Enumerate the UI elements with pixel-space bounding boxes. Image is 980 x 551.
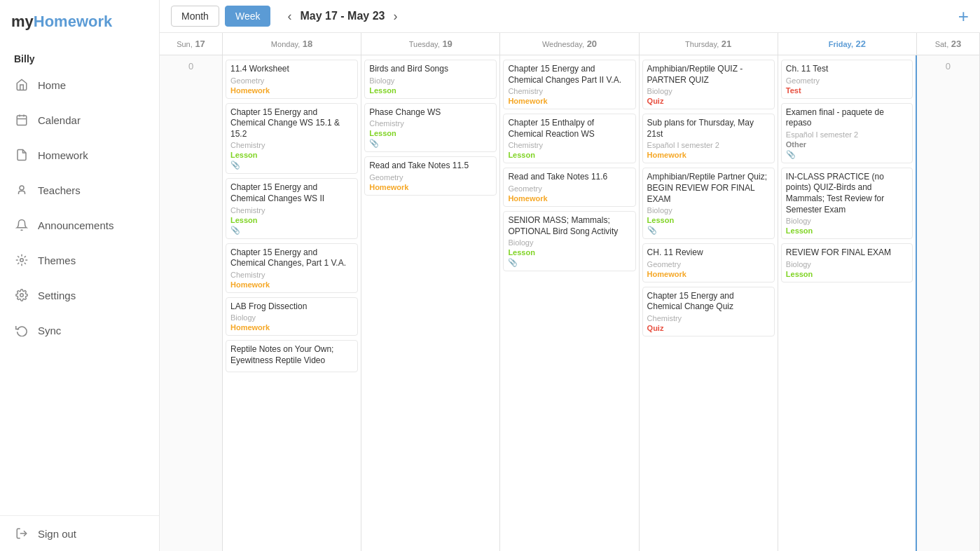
month-button[interactable]: Month: [171, 6, 219, 27]
attachment-icon: 📎: [369, 139, 492, 148]
event-type: Other: [786, 140, 908, 149]
sidebar-item-homework[interactable]: Homework: [0, 137, 159, 172]
event-type: Lesson: [647, 216, 770, 224]
logo-my: my: [11, 13, 34, 30]
sidebar-item-signout[interactable]: Sign out: [0, 516, 159, 551]
add-event-button[interactable]: +: [958, 7, 969, 25]
header-thu: Thursday, 21: [640, 33, 778, 55]
list-item[interactable]: Chapter 15 Enthalpy of Chemical Reaction…: [503, 114, 635, 163]
calendar: Sun, 17 Monday, 18 Tuesday, 19 Wednesday…: [160, 33, 980, 551]
event-title: Sub plans for Thursday, May 21st: [647, 118, 770, 140]
list-item[interactable]: Amphibian/Reptile Partner Quiz; BEGIN RE…: [642, 168, 775, 239]
list-item[interactable]: Examen final - paquete de repaso Español…: [781, 103, 913, 163]
list-item[interactable]: Phase Change WS Chemistry Lesson 📎: [364, 103, 497, 153]
list-item[interactable]: Sub plans for Thursday, May 21st Español…: [642, 114, 775, 163]
header-tue: Tuesday, 19: [361, 33, 500, 55]
event-type: Lesson: [369, 86, 492, 95]
event-title: Reptile Notes on Your Own; Eyewitness Re…: [230, 344, 353, 366]
attachment-icon: 📎: [230, 226, 353, 235]
list-item[interactable]: IN-CLASS PRACTICE (no points) QUIZ-Birds…: [781, 168, 913, 239]
event-type: Lesson: [369, 129, 492, 137]
event-subject: Geometry: [508, 184, 630, 193]
event-type: Lesson: [230, 216, 353, 224]
calendar-header: Sun, 17 Monday, 18 Tuesday, 19 Wednesday…: [160, 33, 980, 55]
list-item[interactable]: Read and Take Notes 11.5 Geometry Homewo…: [364, 156, 497, 196]
signout-icon: [14, 526, 29, 541]
event-subject: Chemistry: [230, 141, 353, 149]
sidebar-item-label-calendar: Calendar: [38, 114, 81, 126]
list-item[interactable]: Chapter 15 Energy and Chemical Change Qu…: [642, 287, 775, 336]
event-subject: Biology: [647, 206, 770, 215]
list-item[interactable]: 11.4 Worksheet Geometry Homework: [226, 60, 358, 99]
themes-icon: [14, 252, 29, 268]
sat-count: 0: [920, 60, 976, 74]
wednesday-col: Chapter 15 Energy and Chemical Changes P…: [500, 55, 639, 551]
settings-icon: [14, 287, 29, 303]
sidebar-item-sync[interactable]: Sync: [0, 313, 159, 348]
list-item[interactable]: Birds and Bird Songs Biology Lesson: [364, 60, 497, 99]
event-type: Lesson: [508, 248, 630, 257]
list-item[interactable]: Chapter 15 Energy and Chemical Changes P…: [503, 60, 635, 109]
week-button[interactable]: Week: [225, 6, 271, 27]
logo-hw: Homework: [34, 13, 112, 30]
event-type: Homework: [369, 183, 492, 191]
event-type: Homework: [508, 194, 630, 203]
sidebar-item-calendar[interactable]: Calendar: [0, 102, 159, 137]
sidebar-item-themes[interactable]: Themes: [0, 243, 159, 278]
event-title: Read and Take Notes 11.6: [508, 172, 630, 183]
sidebar-item-home[interactable]: Home: [0, 67, 159, 102]
list-item[interactable]: Read and Take Notes 11.6 Geometry Homewo…: [503, 168, 635, 207]
list-item[interactable]: Amphibian/Reptile QUIZ - PARTNER QUIZ Bi…: [642, 60, 775, 109]
friday-col: Ch. 11 Test Geometry Test Examen final -…: [778, 55, 917, 551]
event-title: Chapter 15 Energy and Chemical Changes W…: [230, 182, 353, 204]
teachers-icon: [14, 182, 29, 198]
sidebar-item-teachers[interactable]: Teachers: [0, 172, 159, 208]
thursday-col: Amphibian/Reptile QUIZ - PARTNER QUIZ Bi…: [640, 55, 778, 551]
list-item[interactable]: Chapter 15 Energy and Chemical Changes, …: [226, 243, 358, 293]
event-title: REVIEW FOR FINAL EXAM: [786, 247, 908, 259]
event-subject: Biology: [508, 238, 630, 247]
sidebar-item-settings[interactable]: Settings: [0, 278, 159, 313]
prev-arrow-button[interactable]: ‹: [282, 6, 297, 27]
calendar-body: 0 11.4 Worksheet Geometry Homework Chapt…: [160, 55, 980, 551]
event-title: CH. 11 Review: [647, 247, 770, 259]
sun-count: 0: [163, 60, 219, 74]
signout-label: Sign out: [38, 528, 76, 540]
next-arrow-button[interactable]: ›: [387, 6, 403, 27]
event-type: Homework: [230, 86, 353, 95]
list-item[interactable]: LAB Frog Dissection Biology Homework: [226, 297, 358, 336]
event-title: Chapter 15 Enthalpy of Chemical Reaction…: [508, 118, 630, 140]
sidebar-item-label-themes: Themes: [38, 254, 76, 266]
event-subject: Geometry: [230, 76, 353, 85]
list-item[interactable]: Chapter 15 Energy and Chemical Change WS…: [226, 103, 358, 175]
sunday-col: 0: [160, 55, 223, 551]
announcements-icon: [14, 217, 29, 233]
event-type: Test: [786, 86, 908, 95]
event-type: Lesson: [230, 151, 353, 159]
logo: myHomework: [0, 0, 159, 43]
sidebar-item-announcements[interactable]: Announcements: [0, 208, 159, 243]
saturday-col: 0: [917, 55, 980, 551]
header-sun: Sun, 17: [160, 33, 223, 55]
event-subject: Español I semester 2: [786, 130, 908, 139]
header-fri: Friday, 22: [778, 33, 917, 55]
event-subject: Chemistry: [230, 271, 353, 279]
list-item[interactable]: CH. 11 Review Geometry Homework: [642, 243, 775, 283]
monday-col: 11.4 Worksheet Geometry Homework Chapter…: [223, 55, 361, 551]
list-item[interactable]: SENIOR MASS; Mammals; OPTIONAL Bird Song…: [503, 211, 635, 271]
event-type: Homework: [647, 270, 770, 278]
list-item[interactable]: REVIEW FOR FINAL EXAM Biology Lesson: [781, 243, 913, 283]
event-type: Homework: [647, 151, 770, 159]
event-type: Quiz: [647, 97, 770, 105]
list-item[interactable]: Reptile Notes on Your Own; Eyewitness Re…: [226, 340, 358, 372]
svg-point-6: [20, 294, 24, 297]
event-subject: Chemistry: [508, 141, 630, 149]
main-content: Month Week ‹ May 17 - May 23 › + Sun, 17…: [160, 0, 980, 551]
list-item[interactable]: Chapter 15 Energy and Chemical Changes W…: [226, 178, 358, 238]
event-title: Chapter 15 Energy and Chemical Change WS…: [230, 107, 353, 140]
header-wed: Wednesday, 20: [500, 33, 639, 55]
logo-text: myHomework: [11, 13, 112, 31]
list-item[interactable]: Ch. 11 Test Geometry Test: [781, 60, 913, 99]
attachment-icon: 📎: [230, 161, 353, 170]
event-subject: Biology: [786, 260, 908, 268]
